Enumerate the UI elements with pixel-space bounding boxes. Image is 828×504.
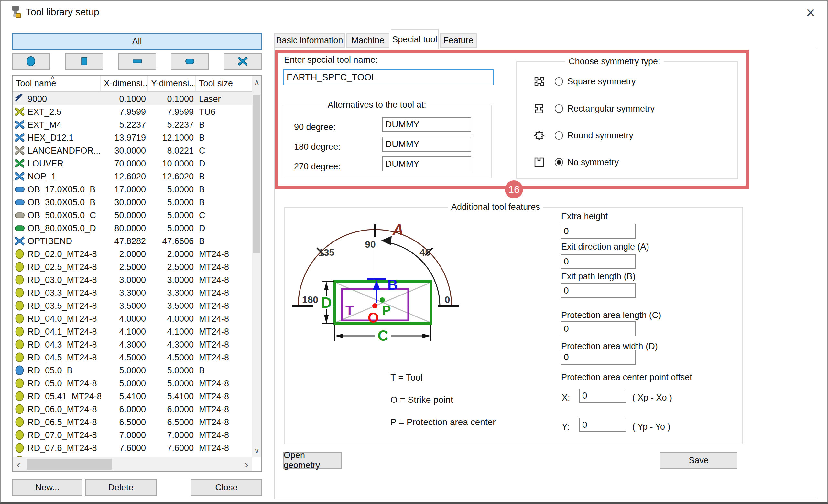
square-symmetry-radio[interactable] [555, 77, 563, 86]
table-row[interactable]: RD_05.41_MT24-85.41005.4100MT24-8 [13, 390, 252, 403]
filter-circle-button[interactable] [12, 53, 50, 70]
table-row[interactable]: RD_04.1_MT24-84.10004.1000MT24-8 [13, 325, 252, 338]
column-header-y-dimension[interactable]: Y-dimensi... [148, 76, 196, 91]
special-tool-name-input[interactable] [283, 69, 494, 85]
x-dimension-cell: 4.0000 [100, 314, 148, 324]
save-button[interactable]: Save [660, 452, 737, 469]
alt-90-input[interactable] [382, 117, 471, 132]
table-row[interactable]: RD_08.0_MT24-88.00008.0000MT24-8 [13, 455, 252, 457]
scroll-left-icon[interactable]: ‹ [13, 457, 24, 471]
table-row[interactable]: NOP_112.602012.6020B [13, 170, 252, 183]
tab-special-tool[interactable]: Special tool [391, 29, 439, 49]
delete-button[interactable]: Delete [85, 479, 157, 496]
horizontal-scrollbar-thumb[interactable] [27, 459, 112, 470]
vertical-scrollbar[interactable]: ∧ ∨ [252, 76, 261, 457]
open-geometry-button[interactable]: Open geometry [283, 452, 341, 469]
circle-shape-icon [26, 56, 36, 66]
symmetry-option-square[interactable]: Square symmetry [517, 74, 737, 89]
table-row[interactable]: RD_02.5_MT24-82.50002.5000MT24-8 [13, 261, 252, 274]
scroll-down-icon[interactable]: ∨ [252, 444, 261, 457]
bar-shape-icon [132, 56, 142, 66]
exit-path-length-input[interactable] [561, 283, 635, 298]
x-dimension-cell: 13.9719 [100, 133, 148, 143]
tab-basic-information[interactable]: Basic information [274, 33, 345, 48]
y-dimension-cell: 5.0000 [148, 378, 196, 388]
y-dimension-cell: 2.5000 [148, 262, 196, 272]
cross-blue-icon [14, 236, 25, 246]
rectangular-symmetry-radio[interactable] [555, 104, 563, 113]
table-row[interactable]: RD_07.6_MT24-87.60007.6000MT24-8 [13, 442, 252, 455]
protection-area-length-input[interactable] [561, 321, 635, 336]
offset-x-input[interactable] [579, 388, 626, 403]
square-shape-icon [79, 56, 89, 66]
filter-rectangle-button[interactable] [118, 53, 156, 70]
no-symmetry-radio[interactable] [555, 158, 563, 167]
table-row[interactable]: OPTIBEND47.828247.6606B [13, 235, 252, 248]
filter-special-button[interactable] [224, 53, 262, 70]
table-row[interactable]: HEX_D12.113.971912.1000B [13, 131, 252, 144]
table-row[interactable]: RD_04.0_MT24-84.00004.0000MT24-8 [13, 312, 252, 325]
symmetry-option-none[interactable]: No symmetry [517, 155, 737, 170]
protection-area-width-input[interactable] [561, 350, 635, 365]
table-row[interactable]: EXT_M45.22375.2237B [13, 118, 252, 131]
tab-machine[interactable]: Machine [346, 33, 389, 48]
table-row[interactable]: RD_05.0_MT24-85.00005.0000MT24-8 [13, 377, 252, 390]
legend-protection-center: P = Protection area center [390, 417, 496, 427]
alternatives-group-title: Alternatives to the tool at: [324, 100, 429, 110]
y-dimension-cell: 5.0000 [148, 185, 196, 195]
all-filter-button[interactable]: All [12, 33, 262, 50]
tab-feature[interactable]: Feature [440, 33, 477, 48]
new-button[interactable]: New... [12, 479, 82, 496]
table-row[interactable]: RD_06.0_MT24-86.00006.0000MT24-8 [13, 403, 252, 416]
obround-gray-icon [14, 210, 25, 221]
horizontal-scrollbar[interactable]: ‹ › [13, 457, 252, 471]
offset-y-input[interactable] [579, 418, 626, 432]
extra-height-input[interactable] [561, 224, 635, 239]
table-row[interactable]: OB_50.0X05.0_C50.00005.0000C [13, 209, 252, 222]
table-row[interactable]: OB_17.0X05.0_B17.00005.0000B [13, 183, 252, 196]
offset-y-label: Y: [562, 420, 570, 434]
table-row[interactable]: OB_80.0X05.0_D80.00005.0000D [13, 222, 252, 235]
table-row[interactable]: RD_03.3_MT24-83.30003.3000MT24-8 [13, 286, 252, 300]
scroll-up-icon[interactable]: ∧ [252, 76, 261, 89]
table-row[interactable]: RD_05.0_B5.00005.0000B [13, 364, 252, 377]
exit-direction-angle-input[interactable] [561, 254, 635, 269]
table-row[interactable]: RD_04.3_MT24-84.30004.3000MT24-8 [13, 338, 252, 351]
filter-obround-button[interactable] [171, 53, 209, 70]
symmetry-option-rectangular[interactable]: Rectangular symmetry [517, 101, 737, 116]
table-row[interactable]: OB_30.0X05.0_B30.00005.0000B [13, 196, 252, 209]
filter-square-button[interactable] [65, 53, 103, 70]
table-row[interactable]: RD_04.5_MT24-84.50004.5000MT24-8 [13, 351, 252, 364]
svg-text:T: T [345, 303, 354, 318]
y-dimension-cell: 5.2237 [148, 120, 196, 130]
svg-text:C: C [377, 327, 388, 344]
vertical-scrollbar-thumb[interactable] [253, 95, 260, 254]
round-symmetry-radio[interactable] [555, 131, 563, 140]
circle-olive-icon [14, 275, 25, 285]
table-row[interactable]: RD_03.5_MT24-83.50003.5000MT24-8 [13, 300, 252, 312]
tool-name-cell: RD_04.5_MT24-8 [28, 353, 97, 363]
y-dimension-cell: 6.5000 [148, 417, 196, 427]
table-row[interactable]: RD_02.0_MT24-82.00002.0000MT24-8 [13, 248, 252, 261]
table-row[interactable]: LOUVER70.000010.0000D [13, 157, 252, 170]
tool-name-cell: RD_02.5_MT24-8 [28, 262, 97, 272]
table-row[interactable]: EXT_2.57.95997.9599TU6 [13, 105, 252, 118]
table-row[interactable]: 90000.10000.1000Laser [13, 92, 252, 105]
table-row[interactable]: RD_06.5_MT24-86.50006.5000MT24-8 [13, 416, 252, 429]
tool-name-cell: RD_03.3_MT24-8 [28, 288, 97, 298]
column-header-tool-name[interactable]: Tool name [13, 76, 100, 91]
table-row[interactable]: RD_07.0_MT24-87.00007.0000MT24-8 [13, 429, 252, 442]
tool-size-cell: Laser [196, 94, 252, 104]
alt-180-input[interactable] [382, 137, 471, 152]
column-header-x-dimension[interactable]: X-dimensi... [100, 76, 148, 91]
symmetry-option-round[interactable]: Round symmetry [517, 128, 737, 143]
x-dimension-cell: 7.6000 [100, 443, 148, 453]
close-button[interactable]: Close [191, 479, 262, 496]
column-header-tool-size[interactable]: Tool size [196, 76, 252, 91]
app-icon [10, 5, 23, 19]
table-row[interactable]: LANCEANDFOR...30.00008.0221C [13, 144, 252, 157]
scroll-right-icon[interactable]: › [241, 457, 252, 471]
close-icon[interactable]: × [801, 3, 820, 21]
table-row[interactable]: RD_03.0_MT24-83.00003.0000MT24-8 [13, 274, 252, 286]
alt-270-input[interactable] [382, 156, 471, 171]
